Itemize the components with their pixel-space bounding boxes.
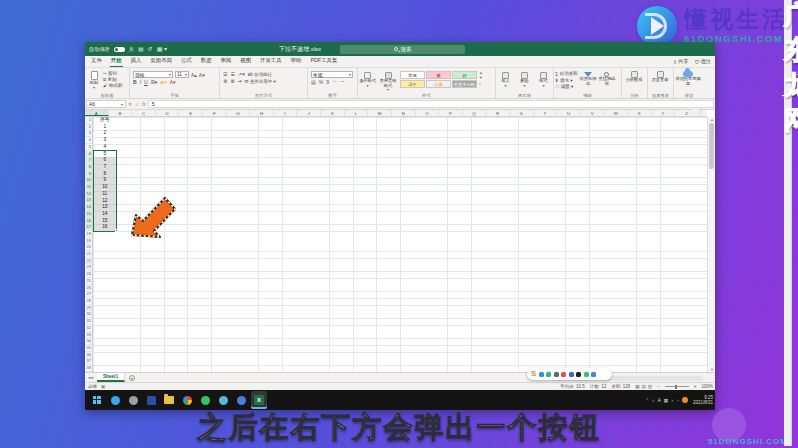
vertical-scrollbar[interactable]: ▲ ▼ <box>707 117 715 372</box>
row-header-8[interactable]: 8 <box>85 164 92 171</box>
row-header-3[interactable]: 3 <box>85 130 92 137</box>
zoom-out-icon[interactable]: − <box>657 384 660 389</box>
format-painter-button[interactable]: 🖌 格式刷 <box>103 83 128 88</box>
send-view-button[interactable]: 发送查看 <box>649 70 671 83</box>
excel-icon[interactable]: X <box>251 391 267 409</box>
fill-button[interactable]: ⬇ 填充 ▾ <box>555 78 577 83</box>
row-header-25[interactable]: 25 <box>85 278 92 285</box>
row-header-10[interactable]: 10 <box>85 177 92 184</box>
column-header-Y[interactable]: Y <box>652 110 676 116</box>
merge-center-button[interactable]: ⊟ 合并后居中 ▾ <box>245 79 276 84</box>
autosave-toggle[interactable] <box>114 47 125 52</box>
wrap-text-button[interactable]: ab 自动换行 <box>248 72 272 77</box>
row-header-13[interactable]: 13 <box>85 197 92 204</box>
analyze-data-button[interactable]: 分析数据 <box>623 70 645 83</box>
cut-button[interactable]: ✂ 剪切 <box>103 71 128 76</box>
clear-button[interactable]: ◇ 清除 ▾ <box>555 84 577 89</box>
search-box[interactable]: 搜索 <box>340 45 465 54</box>
ribbon-tab-5[interactable]: 数据 <box>200 56 213 67</box>
tray-icon-1[interactable]: ○ <box>652 398 655 403</box>
row-header-30[interactable]: 30 <box>85 311 92 318</box>
column-header-D[interactable]: D <box>156 110 180 116</box>
row-header-38[interactable]: 38 <box>85 365 92 372</box>
fill-handle[interactable] <box>115 229 118 232</box>
copy-button[interactable]: ⧉ 复制 <box>103 77 128 82</box>
format-as-table-button[interactable]: 套用表格格式▾ <box>378 71 398 93</box>
row-header-28[interactable]: 28 <box>85 298 92 305</box>
fill-color-icon[interactable]: ◆▾ <box>160 79 166 85</box>
row-header-20[interactable]: 20 <box>85 244 92 251</box>
conditional-formatting-button[interactable]: 条件格式▾ <box>359 71 376 88</box>
recorder-icon-6[interactable] <box>584 372 589 377</box>
font-color-icon[interactable]: A▾ <box>170 79 176 85</box>
column-header-U[interactable]: U <box>557 110 581 116</box>
normal-view-icon[interactable]: ▦ <box>635 384 639 389</box>
save-icon[interactable]: ▤ <box>138 46 144 52</box>
worksheet-grid[interactable]: 序号12345678910111213141516 12345678910111… <box>85 117 707 372</box>
row-header-6[interactable]: 6 <box>85 151 92 158</box>
customize-qat-icon[interactable]: ▦ ▾ <box>157 46 167 52</box>
name-box[interactable]: A6▾ <box>86 100 126 108</box>
tray-icon-3[interactable]: ▦ <box>664 398 668 403</box>
formula-input[interactable]: 5 <box>148 100 714 108</box>
comma-icon[interactable]: 9 <box>326 79 329 85</box>
green-app-icon[interactable] <box>197 391 213 409</box>
ribbon-tab-6[interactable]: 审阅 <box>219 56 232 67</box>
decimal-increase-icon[interactable]: ⁺⁰ <box>332 79 337 85</box>
row-header-5[interactable]: 5 <box>85 144 92 151</box>
row-header-2[interactable]: 2 <box>85 124 92 131</box>
number-format-select[interactable]: 常规▾ <box>311 71 353 78</box>
page-layout-view-icon[interactable]: ▤ <box>642 384 646 389</box>
cell-style-chip-0[interactable]: 常规 <box>400 71 425 79</box>
indent-icon[interactable]: ⇥ <box>237 78 241 84</box>
paste-button[interactable]: 粘贴▾ <box>86 70 102 90</box>
format-cells-button[interactable]: 格式▾ <box>535 71 552 88</box>
column-header-Q[interactable]: Q <box>463 110 487 116</box>
sort-filter-button[interactable]: 排序和筛选 <box>579 71 596 89</box>
ribbon-tab-8[interactable]: 开发工具 <box>259 56 283 67</box>
column-header-J[interactable]: J <box>297 110 321 116</box>
row-header-16[interactable]: 16 <box>85 218 92 225</box>
recorder-icon-5[interactable] <box>576 372 581 377</box>
recorder-icon-0[interactable] <box>539 372 544 377</box>
chrome-icon[interactable] <box>179 391 195 409</box>
recorder-icon-4[interactable] <box>569 372 574 377</box>
row-header-36[interactable]: 36 <box>85 352 92 359</box>
column-header-K[interactable]: K <box>321 110 345 116</box>
row-header-29[interactable]: 29 <box>85 305 92 312</box>
row-header-23[interactable]: 23 <box>85 264 92 271</box>
column-header-B[interactable]: B <box>109 110 133 116</box>
row-header-7[interactable]: 7 <box>85 157 92 164</box>
tray-icon-0[interactable]: ⌃ <box>645 398 649 403</box>
cell-A4[interactable]: 3 <box>93 137 117 144</box>
fx-icon[interactable]: fx <box>142 102 146 107</box>
percent-icon[interactable]: % <box>319 79 323 85</box>
taskbar-clock[interactable]: 9:25 2021/8/31 <box>693 395 713 406</box>
row-header-27[interactable]: 27 <box>85 291 92 298</box>
column-header-W[interactable]: W <box>604 110 628 116</box>
align-center-icon[interactable]: ≣ <box>230 78 234 84</box>
row-header-37[interactable]: 37 <box>85 358 92 365</box>
grow-font-icon[interactable]: A▴ <box>191 72 197 78</box>
row-header-34[interactable]: 34 <box>85 338 92 345</box>
tray-app-icon[interactable] <box>682 397 688 403</box>
browser-icon[interactable] <box>125 391 141 409</box>
decimal-decrease-icon[interactable]: ⁻⁰ <box>340 79 345 85</box>
row-header-33[interactable]: 33 <box>85 332 92 339</box>
recorder-toolbar[interactable]: S <box>527 368 612 380</box>
explorer-icon[interactable] <box>161 391 177 409</box>
cell-style-chip-1[interactable]: 差 <box>426 71 451 79</box>
align-left-icon[interactable]: ≣ <box>223 78 227 84</box>
recorder-icon-2[interactable] <box>554 372 559 377</box>
scroll-up-icon[interactable]: ▲ <box>708 117 716 122</box>
select-all-corner[interactable] <box>693 108 701 114</box>
app-icon[interactable] <box>143 391 159 409</box>
column-header-P[interactable]: P <box>439 110 463 116</box>
ribbon-tab-7[interactable]: 视图 <box>239 56 252 67</box>
row-header-31[interactable]: 31 <box>85 318 92 325</box>
zoom-knob[interactable] <box>675 385 678 389</box>
column-header-H[interactable]: H <box>250 110 274 116</box>
font-family-select[interactable]: 等线▾ <box>133 71 173 78</box>
shrink-font-icon[interactable]: A▾ <box>199 72 205 78</box>
column-header-F[interactable]: F <box>203 110 227 116</box>
